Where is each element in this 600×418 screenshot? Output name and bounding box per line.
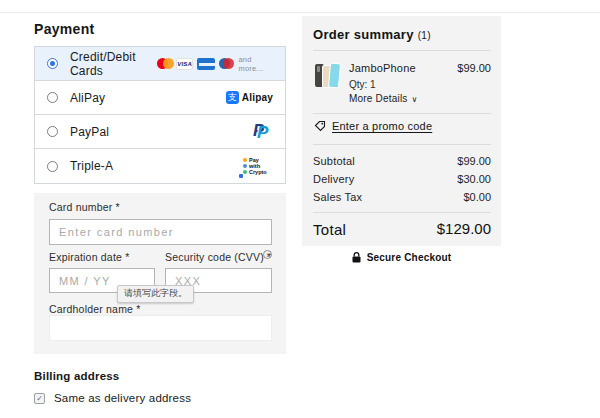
- alipay-logo-icon: 支 Alipay: [226, 91, 273, 104]
- secure-checkout-label: Secure Checkout: [367, 252, 452, 263]
- summary-divider: [313, 212, 491, 213]
- cardholder-name-input[interactable]: [49, 315, 272, 341]
- page-top-divider: [0, 12, 600, 13]
- card-number-input[interactable]: [49, 219, 272, 245]
- payment-method-credit-cards[interactable]: Credit/Debit Cards VISA and more...: [35, 47, 285, 81]
- order-summary-title: Order summary (1): [313, 27, 431, 42]
- and-more-label: and more...: [238, 55, 273, 73]
- radio-triple-a[interactable]: [47, 161, 58, 172]
- delivery-value: $30.00: [457, 173, 491, 185]
- card-number-label: Card number *: [49, 201, 120, 213]
- sales-tax-value: $0.00: [463, 191, 491, 203]
- radio-alipay[interactable]: [47, 92, 58, 103]
- delivery-label: Delivery: [313, 173, 354, 185]
- product-price: $99.00: [457, 62, 491, 74]
- summary-divider: [313, 50, 491, 51]
- same-as-delivery-label: Same as delivery address: [54, 392, 191, 404]
- item-count: (1): [418, 30, 431, 41]
- billing-address-title: Billing address: [34, 370, 119, 382]
- payment-method-paypal[interactable]: PayPal P P: [35, 115, 285, 149]
- payment-method-label: Credit/Debit Cards: [70, 50, 157, 78]
- validation-tooltip: 请填写此字段。: [117, 285, 194, 303]
- card-brand-icon: [219, 58, 232, 69]
- promo-tag-icon: [314, 120, 326, 132]
- radio-paypal[interactable]: [47, 126, 58, 137]
- cvv-label: Security code (CVV) *: [165, 251, 271, 263]
- expiration-date-label: Expiration date *: [49, 251, 129, 263]
- radio-credit-cards[interactable]: [47, 58, 58, 69]
- amex-icon: [197, 58, 214, 70]
- sales-tax-label: Sales Tax: [313, 191, 362, 203]
- card-details-form: Card number * Expiration date * Security…: [34, 193, 286, 354]
- cardholder-name-label: Cardholder name *: [49, 303, 141, 315]
- summary-divider: [313, 144, 491, 145]
- subtotal-label: Subtotal: [313, 155, 355, 167]
- lock-icon: [352, 252, 361, 263]
- summary-divider: [313, 113, 491, 114]
- cvv-info-icon[interactable]: i: [263, 250, 272, 259]
- mastercard-icon: [157, 58, 172, 69]
- visa-icon: VISA: [176, 58, 193, 70]
- order-summary-panel: Order summary (1) JamboPhone $99.00 Qty:…: [302, 16, 501, 246]
- payment-method-label: AliPay: [70, 91, 105, 105]
- same-as-delivery-row[interactable]: ✓ Same as delivery address: [34, 392, 191, 404]
- promo-code-link[interactable]: Enter a promo code: [314, 120, 432, 132]
- paypal-logo-icon: P P: [251, 121, 273, 143]
- alipay-wordmark: Alipay: [242, 92, 273, 103]
- payment-methods-list: Credit/Debit Cards VISA and more... AliP…: [34, 46, 286, 184]
- pay-with-crypto-icon: Pay with Crypto: [243, 157, 273, 175]
- alipay-glyph-icon: 支: [226, 91, 239, 104]
- chevron-down-icon: ∨: [412, 95, 418, 104]
- secure-checkout-badge: Secure Checkout: [302, 252, 501, 263]
- product-name: JamboPhone: [349, 62, 416, 74]
- total-label: Total: [313, 221, 346, 238]
- total-value: $129.00: [437, 220, 491, 237]
- payment-section-title: Payment: [34, 21, 94, 37]
- product-image: [315, 62, 341, 89]
- payment-method-triple-a[interactable]: Triple-A Pay with Crypto: [35, 149, 285, 183]
- payment-method-label: Triple-A: [70, 159, 113, 173]
- subtotal-value: $99.00: [457, 155, 491, 167]
- product-quantity: Qty: 1: [349, 79, 376, 90]
- same-as-delivery-checkbox[interactable]: ✓: [34, 393, 45, 404]
- payment-method-alipay[interactable]: AliPay 支 Alipay: [35, 81, 285, 115]
- payment-method-label: PayPal: [70, 125, 109, 139]
- more-details-toggle[interactable]: More Details∨: [349, 93, 418, 104]
